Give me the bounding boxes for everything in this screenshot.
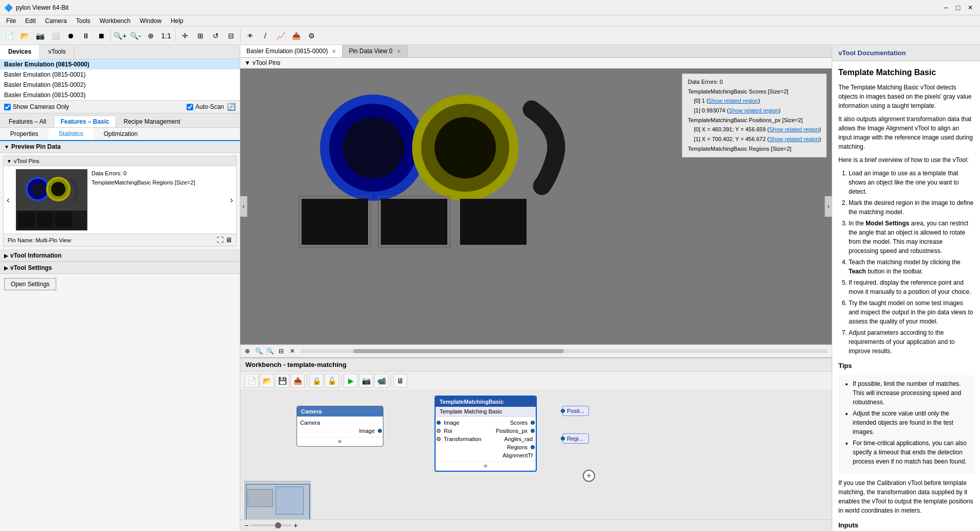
menu-workbench[interactable]: Workbench (96, 16, 134, 26)
workbench-canvas[interactable]: Camera Camera Image 👁 (240, 390, 832, 531)
zoom-in-button[interactable]: 🔍+ (113, 29, 127, 43)
monitor-pin-button[interactable]: 🖥 (225, 236, 232, 244)
tmb-trans-port[interactable] (437, 437, 441, 441)
device-item-3[interactable]: Basler Emulation (0815-0003) (0, 90, 240, 100)
output-regi[interactable]: Regi... (562, 433, 589, 444)
menu-camera[interactable]: Camera (41, 16, 71, 26)
stop-button[interactable]: ⏹ (94, 29, 108, 43)
zoom-in-img[interactable]: 🔍 (265, 346, 275, 356)
open-button[interactable]: 📂 (17, 29, 32, 43)
menu-edit[interactable]: Edit (21, 16, 40, 26)
export-button[interactable]: 📤 (289, 29, 303, 43)
wb-camera[interactable]: 📷 (359, 374, 373, 388)
tmb-roi-port[interactable] (437, 429, 441, 433)
menu-file[interactable]: File (2, 16, 20, 26)
tab-devices[interactable]: Devices (0, 45, 40, 59)
center-tab-emulation[interactable]: Basler Emulation (0815-0000) ✕ (240, 45, 343, 57)
wb-save[interactable]: 💾 (275, 374, 289, 388)
zoom-close-img[interactable]: ✕ (287, 346, 298, 356)
camera-node[interactable]: Camera Camera Image 👁 (297, 406, 383, 447)
subtab-statistics[interactable]: Statistics (49, 128, 94, 141)
crosshair-button[interactable]: ✛ (178, 29, 192, 43)
chart-button[interactable]: 📈 (274, 29, 288, 43)
grid-button[interactable]: ⊞ (193, 29, 208, 43)
wb-new[interactable]: 📄 (244, 374, 259, 388)
img-scrollbar[interactable] (301, 349, 828, 353)
wb-unlock[interactable]: 🔓 (325, 374, 339, 388)
pos1-link[interactable]: Show related region (769, 136, 819, 142)
score0-link[interactable]: Show related region (709, 98, 759, 104)
open-settings-button[interactable]: Open Settings (4, 278, 56, 290)
pause-button[interactable]: ⏸ (79, 29, 93, 43)
tab-features-all[interactable]: Features – All (2, 116, 53, 127)
menu-window[interactable]: Window (135, 16, 166, 26)
pos0-link[interactable]: Show related region (769, 126, 819, 132)
nav-next[interactable]: › (227, 195, 236, 205)
show-cameras-input[interactable] (4, 104, 11, 110)
tmb-positions-port[interactable] (531, 429, 535, 433)
tab-vtools[interactable]: vTools (40, 45, 74, 59)
title-bar-controls[interactable]: − □ ✕ (940, 2, 976, 13)
wb-record[interactable]: 📹 (374, 374, 389, 388)
camera-capture-button[interactable]: 📷 (33, 29, 47, 43)
side-collapse-left[interactable]: ‹ (240, 196, 247, 217)
vtool-pins-expand[interactable]: ▼ (244, 59, 250, 66)
score1-link[interactable]: Show related region (728, 107, 779, 113)
wb-zoom-in-btn[interactable]: + (293, 521, 298, 529)
side-collapse-right[interactable]: › (825, 196, 832, 217)
wb-open[interactable]: 📂 (260, 374, 274, 388)
grid2-button[interactable]: ⊟ (224, 29, 238, 43)
center-tab-pindata[interactable]: Pin Data View 0 ✕ (343, 45, 407, 57)
preview-pin-data-header[interactable]: ▼ Preview Pin Data (0, 141, 240, 153)
minimize-button[interactable]: − (940, 2, 951, 13)
wb-zoom-thumb[interactable] (275, 522, 281, 528)
center-tab-emulation-close[interactable]: ✕ (332, 49, 336, 54)
tmb-image-port[interactable] (437, 421, 441, 425)
zoom-out-img[interactable]: 🔍 (254, 346, 264, 356)
vtool-info-header[interactable]: ▶ vTool Information (0, 250, 240, 262)
subtab-properties[interactable]: Properties (0, 128, 49, 140)
subtab-optimization[interactable]: Optimization (94, 128, 148, 140)
zoom-out-button[interactable]: 🔍- (128, 29, 143, 43)
hide-button[interactable]: 👁 (243, 29, 257, 43)
close-button[interactable]: ✕ (965, 2, 976, 13)
nav-prev[interactable]: ‹ (4, 195, 13, 205)
wb-monitor[interactable]: 🖥 (393, 374, 407, 388)
tab-features-basic[interactable]: Features – Basic (54, 116, 116, 127)
show-cameras-checkbox[interactable]: Show Cameras Only (4, 103, 69, 110)
zoom-fit-button[interactable]: ⊕ (144, 29, 158, 43)
record-button[interactable]: ⏺ (63, 29, 78, 43)
wb-lock[interactable]: 🔒 (309, 374, 324, 388)
add-node-button[interactable]: + (583, 470, 595, 482)
new-button[interactable]: 📄 (2, 29, 16, 43)
device-item-2[interactable]: Basler Emulation (0815-0002) (0, 80, 240, 90)
rect-button[interactable]: ⬜ (48, 29, 62, 43)
zoom-1-button[interactable]: 1:1 (159, 29, 173, 43)
menu-help[interactable]: Help (167, 16, 188, 26)
wb-export[interactable]: 📤 (290, 374, 305, 388)
zoom-fit-img[interactable]: ⊕ (242, 346, 253, 356)
camera-image-port[interactable] (378, 429, 382, 433)
line-button[interactable]: / (258, 29, 272, 43)
wb-zoom-out-btn[interactable]: − (244, 521, 248, 529)
auto-scan-checkbox[interactable]: Auto-Scan (187, 103, 224, 110)
wb-zoom-slider[interactable] (250, 524, 291, 526)
vtool-settings-header[interactable]: ▶ vTool Settings (0, 262, 240, 274)
tmb-regions-port[interactable] (531, 445, 535, 449)
menu-tools[interactable]: Tools (72, 16, 95, 26)
zoom-orig-img[interactable]: ⊟ (276, 346, 286, 356)
refresh-button[interactable]: 🔄 (227, 103, 236, 111)
device-item-0[interactable]: Basler Emulation (0815-0000) (0, 59, 240, 70)
rotate-button[interactable]: ↺ (209, 29, 223, 43)
fullscreen-pin-button[interactable]: ⛶ (217, 236, 223, 244)
wb-play[interactable]: ▶ (344, 374, 358, 388)
tab-recipe-management[interactable]: Recipe Management (117, 116, 187, 127)
output-posit[interactable]: Posit... (562, 406, 589, 416)
auto-scan-input[interactable] (187, 104, 193, 110)
device-item-1[interactable]: Basler Emulation (0815-0001) (0, 70, 240, 80)
settings-btn[interactable]: ⚙ (304, 29, 318, 43)
tmb-scores-port[interactable] (531, 421, 535, 425)
maximize-button[interactable]: □ (952, 2, 964, 13)
tmb-node[interactable]: TemplateMatchingBasic Template Matching … (435, 396, 537, 472)
center-tab-pindata-close[interactable]: ✕ (397, 49, 401, 54)
